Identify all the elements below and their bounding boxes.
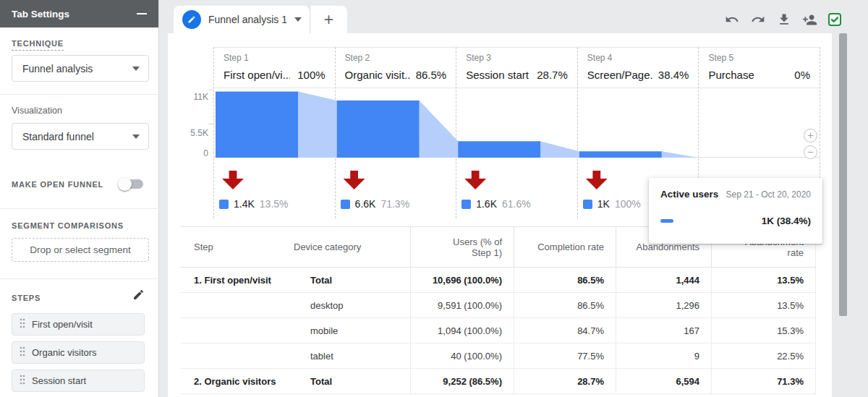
table-header-cell: Step bbox=[181, 227, 292, 267]
table-cell: 28.7% bbox=[514, 369, 616, 393]
funnel-steps-header: Step 1First open/vi...100%Step 2Organic … bbox=[213, 47, 820, 88]
drag-handle-icon[interactable] bbox=[20, 346, 25, 359]
tab-funnel-analysis[interactable]: Funnel analysis 1 bbox=[174, 6, 310, 33]
funnel-step-header: Step 5Purchase0% bbox=[698, 48, 820, 87]
technique-label: TECHNIQUE bbox=[12, 39, 64, 51]
table-cell: 10,696 (100.0%) bbox=[410, 268, 514, 292]
minimize-icon[interactable] bbox=[137, 13, 147, 14]
visualization-value: Standard funnel bbox=[22, 131, 94, 142]
table-cell: 71.3% bbox=[711, 369, 816, 393]
step-chip-label: Organic visitors bbox=[32, 347, 97, 358]
funnel-bar bbox=[337, 101, 420, 158]
table-cell bbox=[181, 343, 292, 368]
table-cell: Total bbox=[292, 268, 410, 292]
toggle-knob bbox=[118, 177, 132, 191]
table-cell: 77.5% bbox=[514, 343, 616, 368]
table-header-cell: Users (% of Step 1) bbox=[410, 227, 514, 267]
visualization-label: Visualization bbox=[12, 106, 62, 116]
table-cell bbox=[181, 318, 292, 343]
table-cell: 9 bbox=[616, 343, 711, 368]
funnel-data-table: StepDevice categoryUsers (% of Step 1)Co… bbox=[181, 226, 816, 394]
technique-value: Funnel analysis bbox=[22, 63, 93, 74]
y-axis-tick-label: 11K bbox=[179, 92, 208, 102]
tooltip-value: 1K (38.4%) bbox=[762, 215, 811, 226]
step-chip[interactable]: First open/visit bbox=[12, 313, 145, 336]
download-icon[interactable] bbox=[777, 12, 791, 27]
open-funnel-toggle[interactable] bbox=[122, 179, 143, 189]
abandonment-count: 1.4K bbox=[234, 198, 255, 210]
table-cell: 2. Organic visitors bbox=[181, 369, 292, 393]
vertical-scrollbar-thumb[interactable] bbox=[839, 33, 847, 316]
table-cell: 1. First open/visit bbox=[181, 268, 292, 292]
table-cell: Total bbox=[292, 369, 410, 393]
abandonment-count: 1K bbox=[597, 198, 610, 210]
abandonment-legend: 1K100% bbox=[583, 198, 641, 210]
segment-comparisons-label: SEGMENT COMPARISONS bbox=[12, 221, 124, 230]
abandonment-rate: 61.6% bbox=[502, 198, 531, 210]
table-row: mobile1,094 (100.0%)84.7%16715.3% bbox=[181, 318, 816, 343]
table-cell: tablet bbox=[292, 343, 410, 368]
step-completion-pct: 28.7% bbox=[537, 69, 568, 81]
tab-settings-panel: Tab Settings TECHNIQUE Funnel analysis V… bbox=[0, 0, 159, 397]
tooltip-metric: Active users bbox=[660, 189, 718, 200]
legend-swatch bbox=[583, 200, 592, 209]
divider bbox=[0, 278, 159, 279]
funnel-bar bbox=[216, 92, 298, 158]
tooltip-series-swatch bbox=[660, 219, 673, 223]
zoom-out-button[interactable]: − bbox=[804, 145, 817, 159]
funnel-bars bbox=[213, 90, 820, 158]
tab-label: Funnel analysis 1 bbox=[208, 14, 287, 25]
step-name: Purchase bbox=[708, 69, 775, 81]
table-cell: 1,296 bbox=[616, 293, 711, 317]
table-cell: 6,594 bbox=[616, 369, 711, 393]
edit-steps-pencil-icon[interactable] bbox=[132, 289, 145, 304]
table-row: tablet40 (100.0%)77.5%922.5% bbox=[181, 343, 816, 369]
segment-drop-zone[interactable]: Drop or select segment bbox=[12, 238, 149, 262]
export-sheets-icon[interactable] bbox=[827, 12, 842, 27]
undo-icon[interactable] bbox=[725, 12, 739, 27]
step-chip-label: Session start bbox=[32, 375, 86, 386]
step-completion-pct: 0% bbox=[794, 69, 810, 81]
drag-handle-icon[interactable] bbox=[20, 318, 25, 330]
table-cell: 86.5% bbox=[514, 293, 616, 317]
divider bbox=[0, 208, 159, 209]
table-cell: 15.3% bbox=[711, 318, 816, 343]
table-row: 2. Organic visitorsTotal9,252 (86.5%)28.… bbox=[181, 369, 816, 394]
visualization-select[interactable]: Standard funnel bbox=[12, 123, 149, 150]
abandonment-legend: 1.4K13.5% bbox=[219, 198, 289, 210]
redo-icon[interactable] bbox=[751, 12, 765, 27]
divider bbox=[0, 94, 159, 95]
table-cell: 40 (100.0%) bbox=[410, 343, 514, 368]
technique-select[interactable]: Funnel analysis bbox=[12, 55, 149, 82]
table-cell: 13.5% bbox=[711, 268, 816, 292]
y-axis-tick-label: 5.5K bbox=[179, 128, 208, 138]
step-completion-pct: 100% bbox=[297, 69, 325, 81]
table-cell: 9,252 (86.5%) bbox=[410, 369, 514, 393]
table-row: desktop9,591 (100.0%)86.5%1,29613.5% bbox=[181, 293, 816, 318]
funnel-transition bbox=[298, 92, 337, 158]
step-name: First open/vi... bbox=[224, 69, 290, 81]
step-completion-pct: 38.4% bbox=[658, 69, 689, 81]
zoom-in-button[interactable]: + bbox=[804, 129, 817, 142]
step-number-label: Step 4 bbox=[587, 53, 613, 63]
table-cell: 86.5% bbox=[514, 268, 616, 292]
tab-menu-chevron-icon[interactable] bbox=[294, 17, 302, 22]
step-chip[interactable]: Session start bbox=[12, 370, 145, 392]
legend-swatch bbox=[219, 200, 229, 209]
share-users-icon[interactable] bbox=[802, 12, 817, 27]
step-number-label: Step 1 bbox=[224, 53, 249, 63]
funnel-transition bbox=[540, 141, 579, 158]
drag-handle-icon[interactable] bbox=[20, 375, 25, 387]
table-cell: 167 bbox=[616, 318, 711, 343]
chevron-down-icon bbox=[132, 135, 140, 139]
step-name: Screen/Page... bbox=[587, 69, 654, 81]
chevron-down-icon bbox=[132, 67, 140, 71]
funnel-transition bbox=[420, 101, 459, 158]
legend-swatch bbox=[461, 200, 471, 209]
step-chip[interactable]: Organic visitors bbox=[12, 341, 145, 364]
table-cell: mobile bbox=[292, 318, 410, 343]
funnel-plot bbox=[213, 90, 820, 158]
add-tab-button[interactable]: + bbox=[310, 6, 347, 33]
abandonment-rate: 100% bbox=[615, 198, 641, 210]
y-axis-tick-label: 0 bbox=[179, 148, 208, 158]
